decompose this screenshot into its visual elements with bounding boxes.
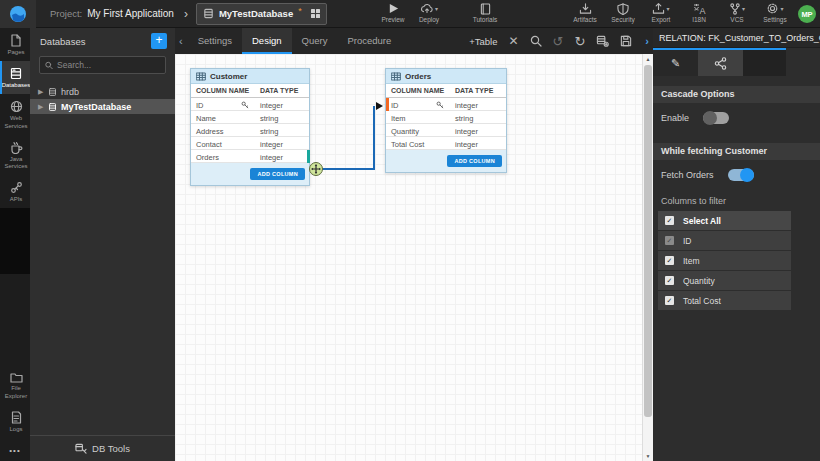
checkbox-checked[interactable]: ✓ <box>665 216 674 225</box>
app-logo[interactable] <box>0 0 36 28</box>
cascade-options-header: Cascade Options <box>653 86 820 103</box>
database-search-input[interactable] <box>57 60 160 70</box>
modified-marker: * <box>298 6 302 16</box>
filter-item-select-all[interactable]: ✓ Select All <box>658 211 791 230</box>
relation-anchor-handle[interactable] <box>309 162 323 176</box>
table-row[interactable]: Orders integer <box>191 150 309 163</box>
database-icon <box>48 102 57 112</box>
chevron-right-icon[interactable]: ▶ <box>38 103 44 111</box>
customer-table[interactable]: Customer COLUMN NAME DATA TYPE ID intege… <box>190 68 310 186</box>
table-row[interactable]: Total Cost integer <box>386 137 506 150</box>
artifacts-button[interactable]: Artifacts <box>570 2 600 23</box>
sidebar-item-web-services[interactable]: Web Services <box>0 94 30 134</box>
table-row[interactable]: Name string <box>191 111 309 124</box>
checkbox-checked[interactable]: ✓ <box>665 256 674 265</box>
grid-view-icon[interactable] <box>311 9 321 19</box>
sidebar-item-file-explorer[interactable]: File Explorer <box>0 366 30 404</box>
more-options-icon[interactable]: ••• <box>0 438 30 461</box>
left-icon-sidebar: Pages Databases Web Services Java Servic… <box>0 28 30 461</box>
relation-source-marker <box>307 150 310 163</box>
table-row[interactable]: ID integer <box>386 98 506 111</box>
fetch-orders-toggle[interactable] <box>728 169 754 181</box>
sidebar-item-pages[interactable]: Pages <box>0 28 30 61</box>
move-crosshair-icon <box>311 164 321 174</box>
export-button[interactable]: ▾ Export <box>646 2 676 23</box>
sidebar-item-apis[interactable]: APIs <box>0 175 30 208</box>
sidebar-item-logs[interactable]: Logs <box>0 405 30 438</box>
database-search-box[interactable] <box>39 56 166 74</box>
checkbox-checked[interactable]: ✓ <box>665 276 674 285</box>
redo-icon[interactable]: ↻ <box>574 34 585 49</box>
relation-line-vertical[interactable] <box>373 106 375 170</box>
scroll-down-icon[interactable]: ▼ <box>643 453 653 459</box>
expand-panel-icon[interactable]: › <box>643 35 649 47</box>
database-icon <box>48 87 57 97</box>
project-breadcrumb: Project: My First Application <box>50 8 174 19</box>
security-button[interactable]: Security <box>608 2 638 23</box>
relation-line-horizontal[interactable] <box>316 168 375 170</box>
caret-down-icon: ▾ <box>435 5 438 12</box>
user-avatar[interactable]: MP <box>798 5 816 23</box>
orders-table[interactable]: Orders COLUMN NAME DATA TYPE ID integer … <box>385 68 507 173</box>
project-name[interactable]: My First Application <box>87 8 174 19</box>
checkbox-checked[interactable]: ✓ <box>665 296 674 305</box>
db-tools-icon <box>75 443 87 454</box>
relation-share-icon <box>714 57 727 70</box>
save-icon[interactable] <box>620 35 632 47</box>
vcs-button[interactable]: ▾ VCS <box>722 2 752 23</box>
db-tools-button[interactable]: DB Tools <box>30 435 175 461</box>
design-canvas[interactable]: Customer COLUMN NAME DATA TYPE ID intege… <box>175 54 653 461</box>
filter-item-quantity[interactable]: ✓ Quantity <box>658 271 791 290</box>
close-icon[interactable]: ✕ <box>508 34 518 48</box>
tutorials-button[interactable]: Tutorials <box>470 2 500 23</box>
column-headers: COLUMN NAME DATA TYPE <box>191 84 309 98</box>
canvas-vertical-scrollbar[interactable]: ▲ ▼ <box>642 54 653 461</box>
caret-down-icon: ▾ <box>742 5 745 12</box>
scroll-up-icon[interactable]: ▲ <box>643 56 653 62</box>
add-database-button[interactable]: + <box>151 33 167 49</box>
chevron-right-icon[interactable]: ▶ <box>38 88 44 96</box>
deploy-button[interactable]: ▾ Deploy <box>414 2 444 23</box>
filter-item-total-cost[interactable]: ✓ Total Cost <box>658 291 791 310</box>
wavemaker-logo-icon <box>9 5 27 23</box>
customer-table-header[interactable]: Customer <box>191 69 309 84</box>
add-column-button[interactable]: ADD COLUMN <box>250 168 305 180</box>
collapse-panel-icon[interactable]: ‹ <box>175 35 188 47</box>
tab-design[interactable]: Design <box>242 28 292 54</box>
undo-icon[interactable]: ↺ <box>553 34 564 49</box>
tab-settings[interactable]: Settings <box>188 28 242 54</box>
table-icon <box>196 72 206 81</box>
database-tab[interactable]: MyTestDatabase * <box>196 3 327 25</box>
sidebar-item-java-services[interactable]: Java Services <box>0 135 30 175</box>
tab-query[interactable]: Query <box>292 28 338 54</box>
search-zoom-icon[interactable] <box>530 35 542 47</box>
orders-table-header[interactable]: Orders <box>386 69 506 84</box>
table-row[interactable]: Quantity integer <box>386 124 506 137</box>
scrollbar-thumb[interactable] <box>644 65 652 417</box>
add-table-button[interactable]: +Table <box>469 36 497 47</box>
checkbox-disabled: ✓ <box>665 236 674 245</box>
table-row[interactable]: Item string <box>386 111 506 124</box>
settings-button[interactable]: ▾ Settings <box>760 2 790 23</box>
filter-item-id[interactable]: ✓ ID <box>658 231 791 250</box>
tree-item-mytestdatabase[interactable]: ▶ MyTestDatabase <box>30 99 175 114</box>
table-row[interactable]: ID integer <box>191 98 309 111</box>
apis-plug-icon <box>10 181 23 194</box>
search-icon <box>45 61 53 70</box>
tree-item-hrdb[interactable]: ▶ hrdb <box>30 84 175 99</box>
filter-item-item[interactable]: ✓ Item <box>658 251 791 270</box>
tab-relation-settings[interactable] <box>698 50 743 76</box>
tab-edit-relation[interactable]: ✎ <box>653 50 698 76</box>
table-row[interactable]: Contact integer <box>191 137 309 150</box>
i18n-button[interactable]: A I18N <box>684 2 714 23</box>
sidebar-dark-section <box>0 208 30 274</box>
tab-procedure[interactable]: Procedure <box>337 28 401 54</box>
preview-button[interactable]: Preview <box>378 2 408 23</box>
enable-toggle[interactable] <box>703 112 729 124</box>
export-db-icon[interactable] <box>596 35 609 47</box>
add-column-button[interactable]: ADD COLUMN <box>447 155 502 167</box>
sidebar-item-databases[interactable]: Databases <box>0 61 30 94</box>
fetch-orders-row: Fetch Orders <box>653 160 820 190</box>
enable-label: Enable <box>661 113 689 123</box>
table-row[interactable]: Address string <box>191 124 309 137</box>
